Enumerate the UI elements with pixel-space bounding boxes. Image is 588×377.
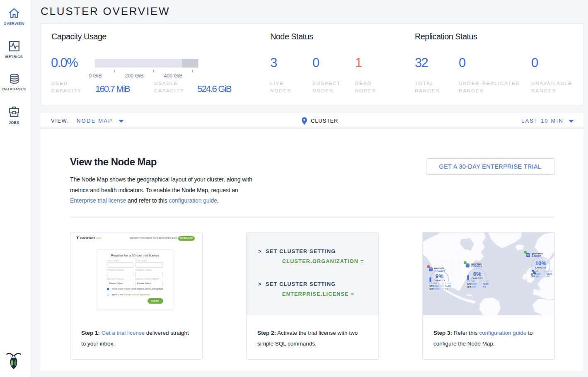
svg-text:36.4 GiB: 36.4 GiB — [542, 270, 552, 273]
svg-text:0.0: 0.0 — [483, 286, 486, 288]
svg-text:CPU: CPU — [531, 273, 535, 275]
svg-text:10%: 10% — [535, 260, 546, 266]
svg-text:3.7 GiB: 3.7 GiB — [467, 280, 475, 283]
svg-text:QPS: QPS — [430, 288, 434, 290]
svg-text:42.5%: 42.5% — [483, 283, 489, 285]
svg-text:13.3%: 13.3% — [547, 273, 552, 275]
svg-text:geo=sfo: geo=sfo — [434, 266, 444, 269]
svg-text:11.0%: 11.0% — [445, 285, 451, 287]
svg-text:4.7: 4.7 — [445, 288, 448, 290]
svg-text:0.4: 0.4 — [547, 276, 549, 278]
svg-text:6%: 6% — [473, 271, 482, 277]
svg-text:3.6 GiB: 3.6 GiB — [530, 270, 539, 273]
svg-text:CPU: CPU — [430, 285, 434, 287]
svg-text:CPU: CPU — [467, 283, 472, 285]
svg-text:3.2 GiB: 3.2 GiB — [429, 282, 438, 285]
svg-text:43.7 GiB: 43.7 GiB — [479, 280, 489, 283]
svg-text:CAPACITY: CAPACITY — [535, 267, 547, 269]
svg-text:QPS: QPS — [467, 286, 472, 288]
svg-text:QPS: QPS — [531, 276, 535, 278]
svg-text:35.1 GiB: 35.1 GiB — [441, 282, 451, 285]
svg-text:2 Nodes: 2 Nodes — [471, 265, 482, 268]
svg-text:9%: 9% — [436, 273, 444, 279]
